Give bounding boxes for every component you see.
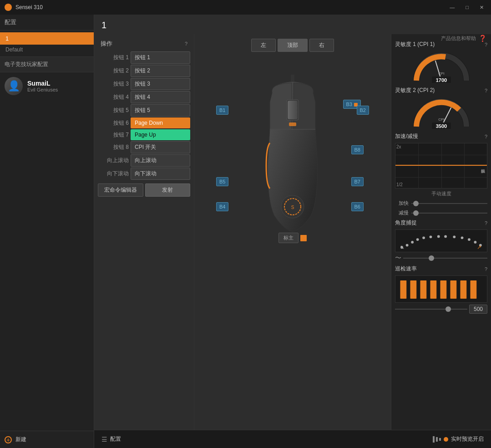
action-row-6: 按钮 6 Page Down: [98, 117, 190, 128]
btn1-value[interactable]: 按钮 1: [131, 51, 190, 64]
page-title: 1: [101, 20, 106, 30]
polling-thumb[interactable]: [445, 306, 451, 312]
close-button[interactable]: ✕: [477, 4, 486, 11]
svg-rect-33: [407, 280, 410, 299]
titlebar: Sensei 310 — □ ✕: [0, 0, 491, 15]
profile-item-1[interactable]: 1: [0, 32, 94, 45]
accel-label: 加速/减慢: [395, 132, 418, 140]
action-row-7: 按钮 7 Page Up: [98, 129, 190, 140]
svg-point-21: [422, 236, 425, 239]
svg-point-24: [444, 235, 447, 238]
btn-b2[interactable]: B2: [357, 106, 369, 115]
svg-rect-34: [410, 280, 417, 299]
minimize-button[interactable]: —: [447, 4, 457, 11]
scrollup-value[interactable]: 向上滚动: [131, 154, 190, 167]
polling-value: 500: [469, 305, 487, 314]
btn-b8[interactable]: B8: [351, 145, 364, 154]
btn6-value[interactable]: Page Down: [131, 117, 190, 128]
tab-left[interactable]: 左: [251, 39, 276, 52]
svg-text:3500: 3500: [435, 123, 446, 129]
decel-slider-label: 减慢: [395, 209, 409, 216]
cpi1-help[interactable]: ?: [485, 42, 487, 47]
accel-help[interactable]: ?: [485, 134, 487, 139]
angle-thumb[interactable]: [429, 255, 434, 261]
angle-help[interactable]: ?: [485, 220, 487, 226]
angle-wave-icon: 〜: [395, 254, 401, 262]
svg-text:1700: 1700: [435, 77, 446, 83]
config-button[interactable]: ☰ 配置: [101, 435, 121, 443]
action-row-2: 按钮 2 按钮 2: [98, 65, 190, 77]
scrolldown-value[interactable]: 向下滚动: [131, 168, 190, 180]
grid-v2: [441, 143, 442, 188]
svg-rect-41: [447, 280, 451, 299]
cpi2-help[interactable]: ?: [485, 88, 487, 93]
pro-section: 电子竞技玩家配置: [0, 56, 94, 72]
btn8-value[interactable]: CPI 开关: [131, 141, 190, 153]
polling-slider-row: 500: [395, 305, 487, 314]
realtime-button[interactable]: 实时预览开启: [433, 435, 484, 443]
action-row-scroll-up: 向上滚动 向上滚动: [98, 154, 190, 167]
player-team: Evil Geniuses: [27, 87, 58, 92]
polling-header: 巡检速率 ?: [395, 265, 487, 273]
btn-b7[interactable]: B7: [351, 177, 364, 186]
realtime-bars: [433, 436, 441, 443]
accel-thumb[interactable]: [413, 201, 419, 206]
accel-slider-label: 加快: [395, 200, 409, 207]
maximize-button[interactable]: □: [463, 4, 471, 11]
actions-help[interactable]: ?: [185, 41, 187, 46]
svg-rect-37: [427, 280, 430, 299]
bar1: [433, 436, 435, 443]
mouse-label-indicator: [300, 235, 307, 241]
svg-rect-38: [430, 280, 437, 299]
svg-point-18: [406, 244, 409, 247]
angle-slider-row: 〜: [395, 254, 487, 262]
scrolldown-label: 向下滚动: [98, 170, 129, 178]
tab-top[interactable]: 顶部: [278, 39, 308, 52]
btn-b1[interactable]: B1: [216, 106, 228, 115]
btn-b4[interactable]: B4: [216, 202, 228, 211]
product-info[interactable]: 产品信息和帮助 ❓: [441, 35, 486, 42]
angle-header: 角度捕捉 ?: [395, 219, 487, 227]
svg-rect-2: [289, 122, 296, 126]
main-content: 产品信息和帮助 ❓ 1 操作 ? 按钮 1 按钮 1: [94, 15, 491, 448]
add-profile-button[interactable]: + 新建: [0, 431, 94, 448]
decel-slider[interactable]: [411, 212, 487, 214]
svg-point-28: [474, 241, 477, 244]
polling-track: [395, 309, 467, 310]
svg-point-26: [461, 236, 464, 239]
polling-slider[interactable]: [395, 308, 467, 311]
accel-slider[interactable]: [411, 202, 487, 205]
btn-b6[interactable]: B6: [351, 202, 364, 211]
mouse-label: 标主: [278, 233, 307, 243]
btn1-label: 按钮 1: [98, 54, 129, 61]
app-title: Sensei 310: [15, 4, 43, 10]
polling-help[interactable]: ?: [485, 266, 487, 272]
decel-thumb[interactable]: [413, 210, 419, 216]
config-label: 配置: [110, 435, 121, 443]
cpi2-header: 灵敏度 2 (CPI 2) ?: [395, 87, 487, 94]
mouse-image: S: [247, 75, 338, 239]
realtime-dot: [444, 437, 448, 442]
btn3-value[interactable]: 按钮 3: [131, 78, 190, 90]
profile-item-default[interactable]: Default: [0, 45, 94, 55]
btn4-value[interactable]: 按钮 4: [131, 91, 190, 103]
titlebar-left: Sensei 310: [5, 4, 43, 11]
btn7-value[interactable]: Page Up: [131, 129, 190, 140]
btn2-value[interactable]: 按钮 2: [131, 65, 190, 77]
svg-point-19: [411, 241, 414, 244]
btn-b5[interactable]: B5: [216, 177, 228, 186]
macro-editor-button[interactable]: 宏命令编辑器: [98, 183, 143, 197]
decel-track: [411, 213, 487, 214]
button-rows: 按钮 1 按钮 1 按钮 2 按钮 2 按钮 3 按钮 3 按钮 4 按钮 4: [98, 51, 190, 180]
action-btn-row: 宏命令编辑器 发射: [98, 183, 190, 197]
btn5-value[interactable]: 按钮 5: [131, 104, 190, 117]
angle-track: [403, 258, 487, 259]
fire-button[interactable]: 发射: [145, 183, 191, 197]
sidebar: 配置 1 Default 电子竞技玩家配置 👤 SumaiL Evil Geni…: [0, 15, 94, 448]
cpi1-gauge-container: CPI 1700: [395, 51, 487, 83]
action-row-3: 按钮 3 按钮 3: [98, 78, 190, 90]
btn7-label: 按钮 7: [98, 131, 129, 139]
angle-slider[interactable]: [403, 257, 487, 260]
tab-right[interactable]: 右: [309, 39, 334, 52]
accel-slider-row: 加快: [395, 200, 487, 207]
